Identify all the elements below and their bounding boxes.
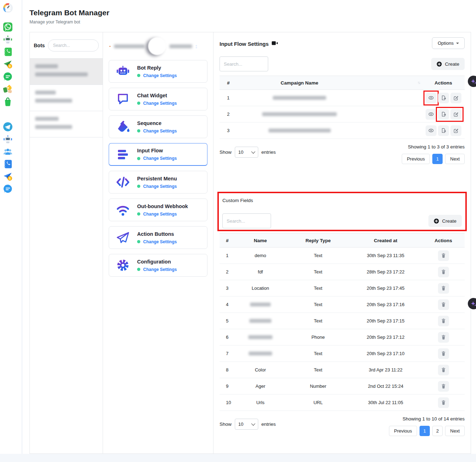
settings-card-persistent-menu[interactable]: Persistent MenuChange Settings bbox=[109, 171, 207, 194]
edit-button[interactable] bbox=[450, 125, 461, 136]
edit-button[interactable] bbox=[450, 93, 461, 103]
outbound-webhook-icon bbox=[115, 202, 131, 217]
telegram-icon[interactable] bbox=[3, 122, 13, 132]
settings-card-input-flow[interactable]: Input FlowChange Settings bbox=[109, 143, 207, 166]
change-settings-link[interactable]: Change Settings bbox=[143, 184, 177, 189]
messenger-green-icon[interactable] bbox=[3, 72, 13, 82]
sort-column-spacer[interactable]: ↑↓ bbox=[358, 76, 422, 89]
red-annotation-box bbox=[438, 109, 461, 120]
row-number: 3 bbox=[220, 280, 234, 296]
input-flow-title: Input Flow Settings bbox=[220, 41, 269, 47]
previous-page-button[interactable]: Previous bbox=[402, 154, 430, 164]
shop-green-icon[interactable] bbox=[3, 97, 13, 107]
custom-fields-title: Custom Fields bbox=[222, 198, 462, 203]
view-button[interactable] bbox=[426, 109, 437, 120]
next-page-button[interactable]: Next bbox=[445, 426, 465, 436]
integration-green-icon[interactable] bbox=[3, 84, 13, 94]
export-button[interactable] bbox=[438, 109, 449, 120]
previous-page-button[interactable]: Previous bbox=[389, 426, 417, 436]
plus-circle-icon bbox=[437, 61, 442, 67]
bot-list-item[interactable] bbox=[30, 111, 103, 137]
input-flow-create-button[interactable]: Create bbox=[431, 58, 465, 70]
speedometer-icon[interactable] bbox=[3, 3, 13, 13]
change-settings-link[interactable]: Change Settings bbox=[143, 239, 177, 244]
delete-button[interactable] bbox=[438, 299, 449, 310]
column-header-actions: Actions bbox=[422, 234, 465, 247]
column-header-reply-type[interactable]: Reply Type bbox=[287, 234, 349, 247]
video-camera-icon bbox=[272, 40, 278, 47]
blurred-bot-name bbox=[35, 117, 59, 121]
next-page-button[interactable]: Next bbox=[445, 154, 465, 164]
settings-card-configuration[interactable]: ConfigurationChange Settings bbox=[109, 254, 207, 277]
view-button[interactable] bbox=[426, 93, 437, 103]
export-button[interactable] bbox=[438, 93, 449, 103]
community-blue-icon[interactable] bbox=[3, 147, 13, 157]
delete-button[interactable] bbox=[438, 332, 449, 343]
app-header: Telegram Bot Manager Manage your Telegra… bbox=[23, 0, 476, 25]
settings-card-list: Bot ReplyChange SettingsChat WidgetChang… bbox=[109, 60, 207, 277]
column-header-name[interactable]: Name bbox=[234, 234, 287, 247]
column-header-created-at[interactable]: Created at bbox=[349, 234, 422, 247]
page-button-1[interactable]: 1 bbox=[420, 426, 430, 436]
row-number: 1 bbox=[220, 248, 234, 263]
change-settings-link[interactable]: Change Settings bbox=[143, 101, 177, 106]
change-settings-link[interactable]: Change Settings bbox=[143, 156, 177, 161]
delete-button[interactable] bbox=[438, 283, 449, 294]
custom-fields-table-header: # Name Reply Type Created at Actions bbox=[220, 233, 465, 248]
row-number: 7 bbox=[220, 346, 234, 362]
settings-card-bot-reply[interactable]: Bot ReplyChange Settings bbox=[109, 60, 207, 83]
chatbot-blue-icon[interactable] bbox=[3, 134, 13, 144]
page-button-1[interactable]: 1 bbox=[432, 154, 443, 164]
messenger-blue-icon[interactable] bbox=[3, 184, 13, 194]
edit-button[interactable] bbox=[450, 109, 461, 120]
chatbot-green-icon[interactable] bbox=[3, 34, 13, 44]
bots-search-input[interactable] bbox=[48, 39, 99, 51]
chat-widget-icon bbox=[115, 92, 131, 107]
bots-list bbox=[30, 59, 103, 137]
delete-button[interactable] bbox=[438, 267, 449, 277]
change-settings-link[interactable]: Change Settings bbox=[143, 212, 177, 217]
delete-button[interactable] bbox=[438, 316, 449, 326]
column-header-num[interactable]: # bbox=[220, 76, 241, 89]
delete-button[interactable] bbox=[438, 250, 449, 261]
options-button[interactable]: Options bbox=[432, 37, 465, 49]
change-settings-link[interactable]: Change Settings bbox=[143, 73, 177, 78]
page-length-select[interactable]: 10 bbox=[235, 419, 258, 430]
contacts-green-icon[interactable] bbox=[3, 47, 13, 57]
page-button-2[interactable]: 2 bbox=[432, 426, 443, 436]
contacts-blue-icon[interactable] bbox=[3, 159, 13, 169]
delete-button[interactable] bbox=[438, 397, 449, 408]
settings-card-action-buttons[interactable]: Action ButtonsChange Settings bbox=[109, 226, 207, 249]
entries-label: entries bbox=[261, 422, 276, 427]
actions-cell bbox=[422, 280, 465, 296]
view-button[interactable] bbox=[426, 125, 437, 136]
export-button[interactable] bbox=[438, 125, 449, 136]
whatsapp-icon[interactable] bbox=[3, 22, 13, 32]
field-name-blurred bbox=[234, 329, 287, 345]
column-header-actions: Actions bbox=[422, 76, 465, 89]
bot-list-item[interactable] bbox=[30, 59, 103, 85]
delete-button[interactable] bbox=[438, 348, 449, 359]
field-name: Location bbox=[234, 280, 287, 296]
page-length-select[interactable]: 10 bbox=[235, 147, 258, 158]
custom-fields-create-button[interactable]: Create bbox=[428, 215, 462, 227]
input-flow-search-input[interactable] bbox=[220, 56, 268, 71]
delete-button[interactable] bbox=[438, 365, 449, 375]
change-settings-link[interactable]: Change Settings bbox=[143, 267, 177, 272]
field-name-blurred bbox=[234, 346, 287, 362]
entries-summary: Showing 1 to 3 of 3 entries bbox=[408, 144, 465, 150]
settings-card-chat-widget[interactable]: Chat WidgetChange Settings bbox=[109, 88, 207, 110]
settings-card-title: Action Buttons bbox=[137, 231, 177, 237]
svg-text:1: 1 bbox=[9, 64, 11, 68]
column-header-num[interactable]: # bbox=[220, 234, 234, 247]
campaign-green-icon[interactable]: 1 bbox=[3, 59, 13, 69]
campaign-blue-icon[interactable]: 1 bbox=[3, 172, 13, 181]
bot-list-item[interactable] bbox=[30, 85, 103, 111]
delete-button[interactable] bbox=[438, 381, 449, 392]
settings-card-out-bound-webhook[interactable]: Out-bound WebhookChange Settings bbox=[109, 199, 207, 221]
custom-fields-search-input[interactable] bbox=[222, 213, 271, 228]
change-settings-link[interactable]: Change Settings bbox=[143, 129, 177, 134]
status-dot bbox=[137, 240, 140, 243]
column-header-campaign-name[interactable]: Campaign Name bbox=[241, 76, 358, 89]
settings-card-sequence[interactable]: SequenceChange Settings bbox=[109, 115, 207, 138]
